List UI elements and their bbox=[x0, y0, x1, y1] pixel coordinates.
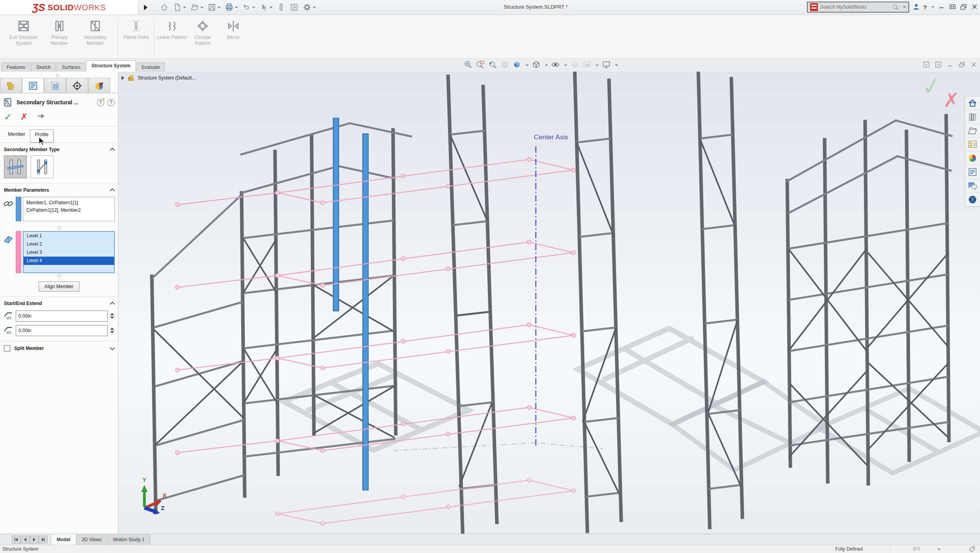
circular-pattern-button[interactable]: Circular Pattern bbox=[187, 17, 218, 57]
secondary-member-type-header[interactable]: Secondary Member Type bbox=[0, 143, 118, 155]
forum-icon[interactable] bbox=[965, 179, 980, 193]
tab-3d-views[interactable]: 3D Views bbox=[76, 534, 107, 545]
link-members-icon[interactable] bbox=[3, 197, 14, 221]
end-extend-spinner[interactable] bbox=[110, 327, 115, 333]
design-library-icon[interactable] bbox=[965, 110, 980, 124]
expand-chevron-icon[interactable] bbox=[110, 345, 115, 350]
help-button[interactable]: ? bbox=[923, 4, 927, 11]
tower-right[interactable] bbox=[786, 116, 952, 484]
save-dropdown-icon[interactable] bbox=[218, 7, 221, 8]
magnet-mode-button[interactable] bbox=[275, 2, 287, 13]
last-sheet-icon[interactable] bbox=[39, 536, 48, 544]
pin-button[interactable] bbox=[37, 111, 46, 122]
undo-button[interactable] bbox=[241, 2, 257, 13]
view-settings-dropdown-icon[interactable] bbox=[615, 65, 618, 66]
split-member-checkbox[interactable] bbox=[4, 345, 10, 351]
align-member-button[interactable]: Align Member bbox=[39, 281, 79, 292]
units-label[interactable]: IPS bbox=[913, 546, 920, 552]
selection-entry[interactable]: Member1, CirPattern1[1] bbox=[26, 199, 111, 207]
level-item-selected[interactable]: Level 4 bbox=[24, 257, 114, 265]
level-item-empty[interactable] bbox=[24, 265, 114, 272]
windows-cascade-button[interactable] bbox=[960, 3, 967, 12]
level-sketch-frames[interactable] bbox=[175, 157, 576, 525]
options-gear-button[interactable] bbox=[301, 2, 317, 13]
tab-features[interactable]: Features bbox=[2, 63, 30, 72]
apply-scene-icon[interactable] bbox=[582, 60, 592, 70]
view-settings-icon[interactable] bbox=[602, 60, 611, 70]
hide-show-items-icon[interactable] bbox=[551, 60, 560, 70]
linear-pattern-button[interactable]: Linear Pattern bbox=[157, 17, 187, 57]
flyout-feature-tree[interactable]: Structure System (Default... bbox=[122, 74, 196, 82]
panel-grip-handle[interactable] bbox=[56, 74, 59, 77]
tab-evaluate[interactable]: Evaluate bbox=[137, 63, 165, 72]
flyout-tree-label[interactable]: Structure System (Default... bbox=[138, 75, 196, 81]
search-input[interactable] bbox=[820, 4, 890, 10]
tower-left[interactable] bbox=[152, 118, 412, 512]
task-list-button[interactable] bbox=[288, 2, 300, 13]
graphics-viewport[interactable]: .beam { stroke:#63676c; stroke-width:9; … bbox=[118, 72, 980, 534]
exit-structure-system-button[interactable]: Exit Structure System bbox=[3, 17, 44, 57]
undo-dropdown-icon[interactable] bbox=[252, 7, 255, 8]
edit-appearance-icon[interactable] bbox=[570, 60, 580, 70]
display-style-icon[interactable] bbox=[532, 60, 541, 70]
tag-icon[interactable] bbox=[969, 546, 975, 553]
collapse-chevron-icon[interactable] bbox=[110, 188, 115, 193]
start-end-extend-header[interactable]: Start/End Extend bbox=[0, 297, 118, 309]
display-manager-tab[interactable] bbox=[88, 78, 110, 93]
doc-close-icon[interactable] bbox=[970, 61, 978, 70]
feature-manager-tab[interactable] bbox=[0, 78, 22, 93]
support-plane-member-button[interactable] bbox=[4, 155, 27, 178]
end-extend-input[interactable] bbox=[16, 325, 108, 336]
custom-properties-icon[interactable] bbox=[965, 165, 980, 179]
doc-minimize-icon[interactable] bbox=[946, 61, 954, 70]
zoom-to-area-icon[interactable] bbox=[476, 60, 485, 70]
3d-viewport-scene[interactable]: .beam { stroke:#63676c; stroke-width:9; … bbox=[118, 72, 980, 534]
login-user-icon[interactable] bbox=[912, 3, 920, 12]
new-document-dropdown-icon[interactable] bbox=[183, 7, 186, 8]
zoom-to-fit-icon[interactable] bbox=[463, 60, 473, 70]
print-button[interactable] bbox=[223, 2, 239, 13]
previous-view-icon[interactable] bbox=[488, 60, 497, 70]
apply-scene-dropdown-icon[interactable] bbox=[596, 65, 599, 66]
confirm-cancel-watermark-icon[interactable]: ✗ bbox=[943, 89, 960, 112]
open-button[interactable] bbox=[189, 2, 205, 13]
restore-button[interactable] bbox=[949, 3, 956, 12]
view-orientation-dropdown-icon[interactable] bbox=[526, 65, 529, 66]
save-button[interactable] bbox=[206, 2, 222, 13]
first-sheet-icon[interactable] bbox=[12, 536, 20, 544]
previous-sheet-icon[interactable] bbox=[21, 536, 30, 544]
level-item[interactable]: Level 3 bbox=[24, 248, 114, 257]
mirror-button[interactable]: Mirror bbox=[218, 17, 249, 57]
view-palette-icon[interactable] bbox=[965, 138, 980, 152]
select-dropdown-icon[interactable] bbox=[269, 7, 273, 8]
tab-model[interactable]: Model bbox=[51, 534, 76, 545]
help-dropdown-icon[interactable] bbox=[931, 6, 934, 8]
member-tab[interactable]: Member bbox=[3, 129, 30, 142]
home-button[interactable] bbox=[159, 2, 170, 13]
member-parameters-header[interactable]: Member Parameters bbox=[0, 183, 118, 195]
highlighted-member-blue[interactable] bbox=[363, 134, 368, 490]
home-task-icon[interactable] bbox=[965, 96, 980, 110]
center-axis[interactable]: Center Axis bbox=[534, 133, 568, 448]
open-dropdown-icon[interactable] bbox=[200, 7, 203, 8]
section-resize-handle[interactable] bbox=[57, 274, 61, 277]
collapse-left-pane-icon[interactable] bbox=[923, 61, 930, 70]
print-dropdown-icon[interactable] bbox=[235, 7, 238, 8]
collapse-chevron-icon[interactable] bbox=[110, 301, 115, 307]
property-manager-tab[interactable] bbox=[22, 78, 44, 93]
highlighted-member-blue[interactable] bbox=[333, 118, 339, 311]
search-box[interactable] bbox=[807, 2, 909, 13]
display-style-dropdown-icon[interactable] bbox=[545, 65, 548, 66]
tab-sketch[interactable]: Sketch bbox=[31, 63, 56, 72]
tab-surfaces[interactable]: Surfaces bbox=[57, 63, 85, 72]
units-dropdown-icon[interactable] bbox=[938, 549, 941, 550]
doc-restore-icon[interactable] bbox=[958, 61, 966, 70]
section-resize-handle[interactable] bbox=[57, 226, 61, 229]
hide-show-dropdown-icon[interactable] bbox=[564, 65, 567, 66]
collapse-chevron-icon[interactable] bbox=[110, 148, 115, 153]
point-length-member-button[interactable] bbox=[31, 155, 54, 178]
3dexperience-icon[interactable] bbox=[965, 193, 980, 207]
search-icon[interactable] bbox=[892, 4, 899, 11]
level-item[interactable]: Level 2 bbox=[24, 240, 114, 248]
new-document-button[interactable] bbox=[172, 2, 187, 13]
